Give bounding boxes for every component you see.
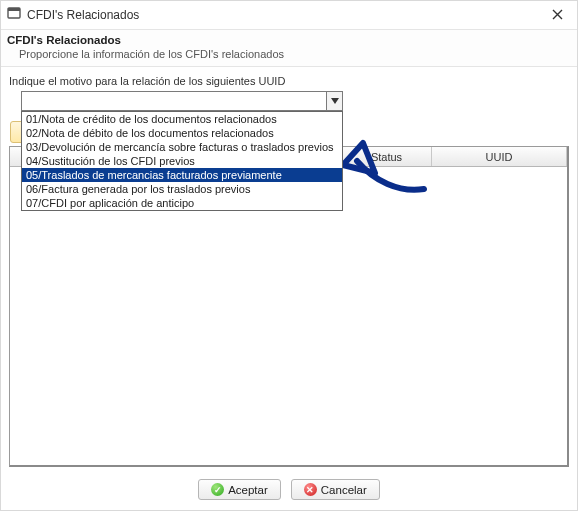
relation-option[interactable]: 01/Nota de crédito de los documentos rel… [22,112,342,126]
window-title: CFDI's Relacionados [27,8,139,22]
relation-option[interactable]: 06/Factura generada por los traslados pr… [22,182,342,196]
relation-option[interactable]: 05/Traslados de mercancias facturados pr… [22,168,342,182]
svg-rect-1 [8,8,20,11]
cancel-button[interactable]: ✕ Cancelar [291,479,380,500]
close-button[interactable] [546,5,569,25]
titlebar: CFDI's Relacionados [1,1,577,29]
relation-combo-dropdown[interactable]: 01/Nota de crédito de los documentos rel… [21,111,343,211]
dialog-body: Indique el motivo para la relación de lo… [1,67,577,473]
app-icon [7,6,21,24]
header-subtitle: Proporcione la información de los CFDI's… [7,46,569,60]
accept-label: Aceptar [228,484,268,496]
accept-button[interactable]: ✓ Aceptar [198,479,281,500]
chevron-down-icon[interactable] [326,92,342,110]
dialog-cfdis-relacionados: CFDI's Relacionados CFDI's Relacionados … [0,0,578,511]
cancel-label: Cancelar [321,484,367,496]
check-icon: ✓ [211,483,224,496]
relation-combo[interactable] [21,91,343,111]
cancel-icon: ✕ [304,483,317,496]
relation-option[interactable]: 02/Nota de débito de los documentos rela… [22,126,342,140]
prompt-label: Indique el motivo para la relación de lo… [9,75,569,87]
relation-option[interactable]: 03/Devolución de mercancía sobre factura… [22,140,342,154]
col-header-status[interactable]: Status [342,147,432,166]
relation-option[interactable]: 04/Sustitución de los CFDI previos [22,154,342,168]
col-header-uuid[interactable]: UUID [432,147,567,166]
dialog-footer: ✓ Aceptar ✕ Cancelar [1,473,577,510]
relation-combo-wrap: 01/Nota de crédito de los documentos rel… [21,91,343,111]
header-title: CFDI's Relacionados [7,34,569,46]
titlebar-left: CFDI's Relacionados [7,6,139,24]
relation-option[interactable]: 07/CFDI por aplicación de anticipo [22,196,342,210]
header-band: CFDI's Relacionados Proporcione la infor… [1,29,577,67]
